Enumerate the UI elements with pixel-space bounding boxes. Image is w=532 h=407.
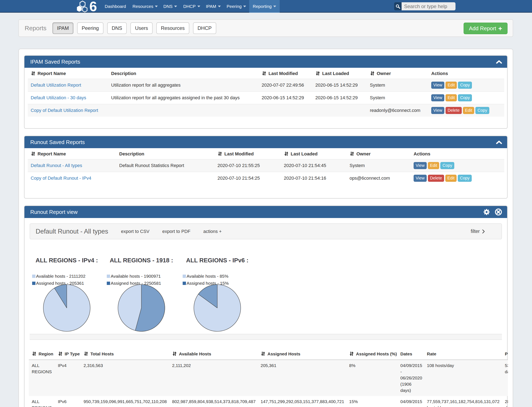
sort-icon [349,151,355,156]
panel-title: Runout Saved Reports [30,139,85,145]
pie-chart[interactable] [179,284,255,332]
chart-table-divider [30,334,502,340]
plus-icon: + [498,25,502,32]
view-button[interactable]: View [414,175,427,182]
copy-button[interactable]: Copy [458,94,472,101]
column-header[interactable]: Last Modified [214,148,281,159]
export-csv-link[interactable]: export to CSV [121,229,150,234]
runout-pie-charts: ALL REGIONS - IPv4 :Available hosts - 21… [24,257,507,334]
description-cell: Utilization report for all aggregates as… [108,92,259,104]
actions-cell: ViewDeleteEditCopy [411,172,504,185]
sort-icon [315,71,320,76]
report-tab-users[interactable]: Users [130,22,153,34]
column-label: Last Loaded [322,71,349,76]
total-hosts-cell: 2,316,563 [82,360,170,396]
report-view-name: Default Runout - All types [36,228,108,235]
actions-link[interactable]: actions + [203,229,222,234]
column-header[interactable]: IP Type [56,348,82,360]
legend-item[interactable]: Assigned hosts - 15% [183,280,229,287]
add-report-button[interactable]: Add Report + [464,23,508,34]
pie-chart[interactable] [29,284,105,332]
search-button[interactable] [394,2,402,10]
copy-button[interactable]: Copy [458,82,472,89]
pie-chart[interactable] [103,284,179,332]
owner-cell: ops@6connect.com [347,172,411,185]
delete-button[interactable]: Delete [428,175,444,182]
report-tab-dns[interactable]: DNS [107,22,127,34]
edit-button[interactable]: Edit [445,94,457,101]
view-button[interactable]: View [431,82,444,89]
edit-button[interactable]: Edit [463,107,474,114]
nav-item-dashboard[interactable]: Dashboard [101,0,130,13]
nav-item-ipam[interactable]: IPAM [202,0,224,13]
legend-item[interactable]: Available hosts - 1900971 [107,273,161,280]
collapse-button[interactable] [496,60,502,64]
edit-button[interactable]: Edit [428,162,439,169]
collapse-button[interactable] [496,140,502,144]
column-header[interactable]: Region [29,348,56,360]
6connect-logo[interactable]: 6 [77,1,101,12]
column-header[interactable]: Owner [347,148,411,159]
close-button[interactable] [495,208,502,216]
column-header[interactable]: Assigned Hosts (%) [348,348,398,360]
report-name-link[interactable]: Default Utilization Report [31,82,81,88]
caret-down-icon [197,6,200,7]
sort-icon [31,151,36,156]
legend-label: Assigned hosts - 2250581 [111,281,161,286]
caret-down-icon [243,6,246,7]
column-header[interactable]: Last Loaded [281,148,347,159]
view-button[interactable]: View [431,94,444,101]
legend-swatch-available [183,274,186,278]
delete-button[interactable]: Delete [445,107,462,114]
edit-button[interactable]: Edit [445,82,457,89]
nav-item-dhcp[interactable]: DHCP [180,0,204,13]
report-tab-ipam[interactable]: IPAM [52,22,73,34]
legend-item[interactable]: Assigned hosts - 205361 [32,280,85,287]
nav-item-peering[interactable]: Peering [223,0,250,13]
column-header[interactable]: Assigned Hosts [259,348,348,360]
nav-item-dns[interactable]: DNS [160,0,181,13]
filter-label: filter [471,229,480,234]
column-header[interactable]: Owner [367,68,428,79]
projected-cell: 28da [503,396,508,407]
filter-toggle[interactable]: filter [471,229,497,234]
column-header[interactable]: Report Name [28,148,116,159]
edit-button[interactable]: Edit [445,175,457,182]
owner-cell: System [367,79,428,92]
panel-title: IPAM Saved Reports [30,59,80,65]
report-name-cell: Default Runout - All types [28,159,116,172]
report-tab-peering[interactable]: Peering [77,22,103,34]
column-header[interactable]: Last Loaded [312,68,367,79]
copy-button[interactable]: Copy [458,175,472,182]
view-button[interactable]: View [431,107,444,114]
legend-item[interactable]: Available hosts - 2111202 [32,273,85,280]
report-view-toolbar: Default Runout - All types export to CSV… [30,223,502,239]
report-name-link[interactable]: Default Runout - All types [31,163,82,168]
copy-button[interactable]: Copy [440,162,454,169]
column-header[interactable]: Total Hosts [82,348,170,360]
copy-button[interactable]: Copy [475,107,489,114]
nav-item-resources[interactable]: Resources [129,0,161,13]
column-label: Rate [427,352,437,356]
nav-item-reporting[interactable]: Reporting [249,0,280,13]
settings-button[interactable] [483,209,490,216]
view-button[interactable]: View [414,162,427,169]
pie-chart-block: ALL REGIONS - IPv6 :Available hosts - 85… [179,257,255,334]
table-row: Copy of Default Runout - IPv42020-07-10 … [28,172,504,185]
report-name-link[interactable]: Default Utilization - 30 days [31,95,86,100]
legend-item[interactable]: Assigned hosts - 2250581 [107,280,161,287]
report-name-link[interactable]: Copy of Default Utilization Report [31,108,98,113]
chevron-up-icon [496,140,502,144]
column-header[interactable]: Available Hosts [170,348,259,360]
report-name-cell: Default Utilization Report [28,79,108,92]
column-header[interactable]: Last Modified [259,68,312,79]
legend-item[interactable]: Available hosts - 85% [183,273,229,280]
report-name-link[interactable]: Copy of Default Runout - IPv4 [31,176,91,181]
report-tab-dhcp[interactable]: DHCP [193,22,216,34]
column-label: Owner [377,71,391,76]
report-tab-resources[interactable]: Resources [156,22,189,34]
assigned-hosts-cell: 205,361 [259,360,348,396]
export-pdf-link[interactable]: export to PDF [162,229,191,234]
search-input[interactable] [402,2,455,10]
column-header[interactable]: Report Name [28,68,108,79]
